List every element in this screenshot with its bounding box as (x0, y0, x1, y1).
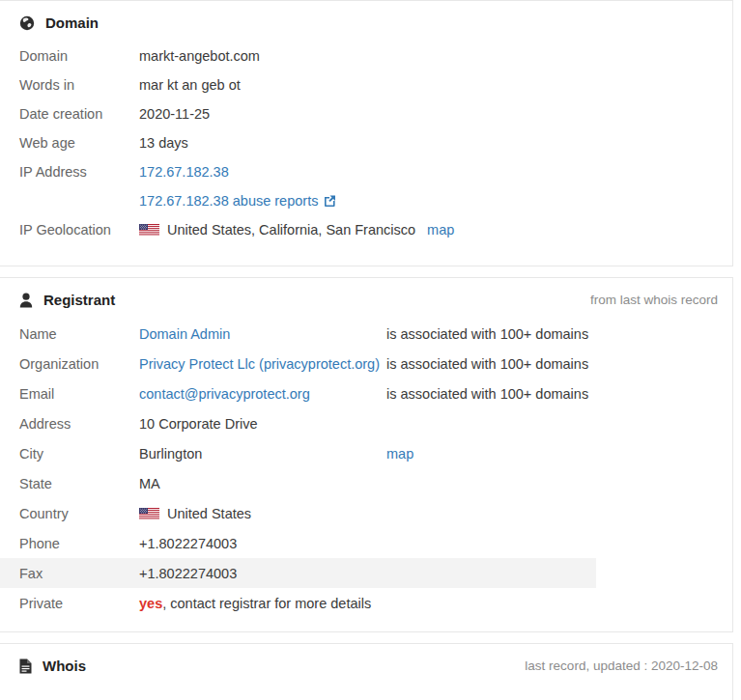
date-creation-value: 2020-11-25 (139, 106, 210, 122)
geolocation-map-link[interactable]: map (427, 222, 454, 238)
registrant-email-link[interactable]: contact@privacyprotect.org (139, 386, 310, 402)
row-label: State (0, 476, 139, 491)
user-icon (19, 293, 33, 308)
table-row: Country (0, 498, 596, 528)
row-label: Phone (0, 536, 139, 551)
whois-section: Whois last record, updated : 2020-12-08 (0, 643, 733, 700)
association-note: is associated with 100+ domains (386, 386, 588, 402)
table-row: Organization Privacy Protect Llc (privac… (0, 349, 596, 378)
table-row: Email contact@privacyprotect.org is asso… (0, 378, 596, 408)
external-link-icon[interactable] (324, 195, 336, 208)
registrant-fax-value: +1.8022274003 (139, 566, 386, 581)
row-label: Web age (0, 135, 139, 151)
table-row: 172.67.182.38 abuse reports (0, 186, 732, 215)
table-row: Address 10 Corporate Drive (0, 408, 596, 438)
table-row: Domain markt-angebot.com (0, 42, 732, 70)
table-row: IP Geolocation (0, 215, 732, 244)
private-note: , contact registrar for more details (162, 596, 371, 611)
row-label: Email (0, 386, 139, 402)
table-row: State MA (0, 468, 596, 498)
domain-value: markt-angebot.com (139, 48, 260, 64)
row-label: Country (0, 506, 139, 521)
last-record-updated: last record, updated : 2020-12-08 (525, 658, 718, 673)
table-row: City Burlington map (0, 438, 596, 468)
table-row: Name Domain Admin is associated with 100… (0, 319, 596, 349)
private-yes-value: yes (139, 596, 162, 611)
registrant-address-value: 10 Corporate Drive (139, 416, 596, 432)
row-label: Address (0, 416, 139, 432)
file-text-icon (19, 658, 32, 674)
domain-section-header: Domain (0, 1, 732, 42)
table-row: Words in mar kt an geb ot (0, 70, 732, 99)
association-note: is associated with 100+ domains (386, 326, 588, 342)
row-label: Fax (0, 566, 139, 581)
domain-section: Domain Domain markt-angebot.com Words in… (0, 0, 733, 266)
registrant-section-title: Registrant (43, 292, 115, 308)
table-row: Private yes, contact registrar for more … (0, 588, 596, 618)
table-row: Phone +1.8022274003 (0, 528, 596, 558)
registrant-city-value: Burlington (139, 446, 386, 462)
registrant-section: Registrant from last whois record Name D… (0, 277, 733, 632)
row-label: Name (0, 326, 139, 342)
whois-section-header: Whois last record, updated : 2020-12-08 (0, 644, 732, 685)
us-flag-icon (139, 224, 159, 236)
row-label: IP Geolocation (0, 222, 139, 238)
registrant-name-link[interactable]: Domain Admin (139, 326, 230, 342)
ip-address-link[interactable]: 172.67.182.38 (139, 164, 229, 180)
row-label: City (0, 446, 139, 462)
whois-record-note: from last whois record (590, 293, 718, 307)
registrant-phone-value: +1.8022274003 (139, 536, 386, 551)
words-in-value: mar kt an geb ot (139, 77, 241, 93)
web-age-value: 13 days (139, 135, 188, 151)
abuse-reports-link[interactable]: 172.67.182.38 abuse reports (139, 193, 318, 209)
row-label: Private (0, 596, 139, 611)
row-label: IP Address (0, 164, 139, 180)
table-row: Web age 13 days (0, 128, 732, 157)
registrant-state-value: MA (139, 476, 386, 491)
table-row: Fax +1.8022274003 (0, 558, 596, 588)
whois-section-title: Whois (43, 658, 86, 674)
city-map-link[interactable]: map (386, 446, 413, 462)
ip-geolocation-value: United States, California, San Francisco (167, 222, 415, 238)
domain-section-title: Domain (45, 14, 99, 31)
association-note: is associated with 100+ domains (386, 356, 588, 372)
registrant-section-header: Registrant from last whois record (0, 278, 732, 319)
row-label: Date creation (0, 106, 139, 122)
table-row: IP Address 172.67.182.38 (0, 157, 732, 186)
registrant-country-value: United States (167, 506, 251, 521)
registrant-organization-link[interactable]: Privacy Protect Llc (privacyprotect.org) (139, 356, 380, 372)
us-flag-icon (139, 508, 159, 519)
row-label: Domain (0, 48, 139, 64)
row-label: Words in (0, 77, 139, 93)
row-label: Organization (0, 356, 139, 372)
globe-icon (19, 15, 35, 31)
table-row: Date creation 2020-11-25 (0, 99, 732, 128)
